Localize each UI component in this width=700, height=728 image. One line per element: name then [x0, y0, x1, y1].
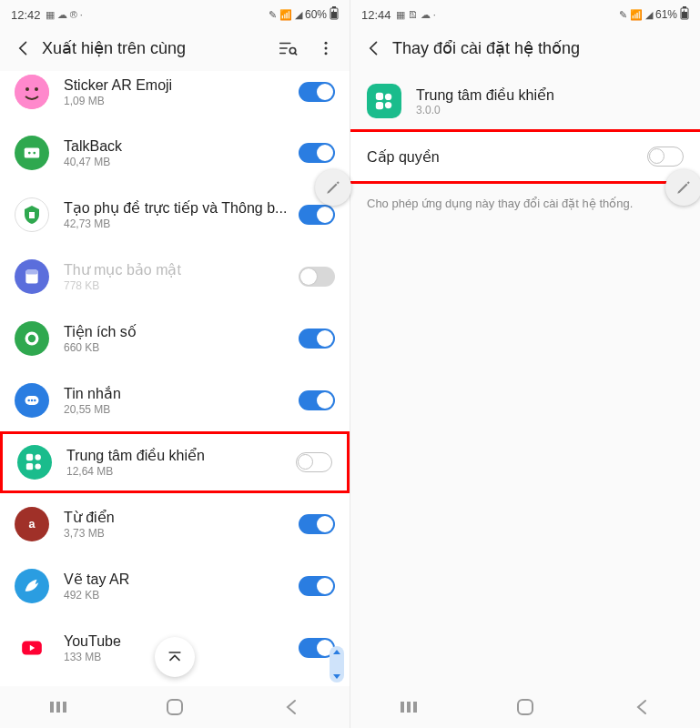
app-icon	[17, 445, 52, 480]
svg-rect-30	[56, 702, 60, 713]
status-battery: 61%	[655, 8, 677, 21]
status-bar: 12:44 ▦ 🖻 ☁ · ✎ 📶 ◢ 61%	[350, 0, 700, 25]
battery-icon	[680, 6, 689, 23]
app-size: 20,55 MB	[64, 403, 299, 416]
svg-rect-34	[683, 6, 686, 8]
scroll-indicator[interactable]	[330, 646, 344, 682]
app-size: 40,47 MB	[64, 156, 299, 168]
app-row[interactable]: YouTube Mus 59,22 MB	[0, 679, 350, 686]
svg-point-8	[25, 87, 29, 91]
app-toggle[interactable]	[299, 205, 335, 225]
svg-point-37	[385, 94, 391, 100]
app-toggle[interactable]	[299, 390, 335, 410]
svg-rect-36	[376, 93, 383, 100]
app-row[interactable]: Tạo phụ đề trực tiếp và Thông b... 42,73…	[0, 184, 350, 246]
more-icon[interactable]	[308, 30, 344, 66]
app-name: Sticker AR Emoji	[64, 77, 299, 94]
svg-point-21	[34, 399, 36, 402]
svg-rect-13	[29, 212, 35, 218]
app-name: Trung tâm điều khiển	[66, 447, 296, 464]
permission-row[interactable]: Cấp quyền	[350, 129, 700, 184]
svg-rect-38	[376, 102, 383, 109]
app-toggle[interactable]	[299, 143, 335, 163]
app-name: Từ điển	[64, 509, 299, 526]
app-row[interactable]: Sticker AR Emoji 1,09 MB	[0, 71, 350, 122]
app-icon	[15, 631, 49, 665]
app-icon	[15, 569, 49, 603]
permission-description: Cho phép ứng dụng này thay đổi cài đặt h…	[350, 184, 700, 223]
svg-point-12	[33, 152, 36, 155]
app-size: 3,73 MB	[64, 527, 299, 540]
app-row[interactable]: TalkBack 40,47 MB	[0, 122, 350, 184]
app-name: Thư mục bảo mật	[64, 261, 299, 278]
svg-rect-22	[26, 454, 33, 460]
phone-right: 12:44 ▦ 🖻 ☁ · ✎ 📶 ◢ 61% Thay đổi cài đặt…	[350, 0, 700, 728]
svg-point-39	[385, 102, 391, 108]
app-icon: a	[15, 507, 49, 541]
app-info-header: Trung tâm điều khiển 3.0.0	[350, 71, 700, 129]
app-toggle[interactable]	[299, 329, 335, 349]
svg-rect-29	[50, 702, 54, 713]
nav-recents[interactable]	[381, 689, 436, 725]
status-notif-icons: ▦ ☁ ® ·	[46, 9, 83, 21]
app-size: 492 KB	[64, 589, 299, 602]
nav-recents[interactable]	[31, 689, 86, 725]
back-button[interactable]	[5, 30, 42, 66]
nav-bar	[350, 686, 700, 728]
app-size: 1,09 MB	[64, 95, 299, 107]
app-row[interactable]: Vẽ tay AR 492 KB	[0, 555, 350, 617]
svg-rect-40	[401, 702, 404, 713]
app-toggle[interactable]	[299, 267, 335, 287]
app-icon	[15, 75, 49, 109]
status-sys-icons: ✎ 📶 ◢	[619, 9, 653, 21]
app-name: Tin nhắn	[64, 385, 299, 402]
phone-left: 12:42 ▦ ☁ ® · ✎ 📶 ◢ 60% Xuất hiện trên c…	[0, 0, 350, 728]
svg-point-6	[325, 52, 328, 55]
svg-rect-24	[26, 463, 33, 470]
svg-point-17	[28, 335, 36, 342]
app-icon	[15, 259, 49, 294]
svg-point-9	[35, 87, 38, 91]
app-toggle[interactable]	[299, 514, 335, 534]
back-button[interactable]	[356, 30, 392, 66]
nav-home[interactable]	[147, 689, 202, 725]
app-toggle[interactable]	[299, 576, 335, 596]
status-notif-icons: ▦ 🖻 ☁ ·	[396, 9, 436, 21]
nav-back[interactable]	[264, 689, 319, 725]
svg-point-4	[325, 42, 328, 45]
app-row[interactable]: a Từ điển 3,73 MB	[0, 493, 350, 555]
app-row[interactable]: Tiện ích số 660 KB	[0, 308, 350, 369]
app-icon	[15, 136, 49, 170]
svg-point-7	[15, 75, 49, 109]
app-row[interactable]: Thư mục bảo mật 778 KB	[0, 246, 350, 308]
app-row[interactable]: Trung tâm điều khiển 12,64 MB	[0, 431, 350, 493]
svg-point-19	[27, 399, 30, 402]
app-size: 778 KB	[64, 279, 299, 292]
edit-fab[interactable]	[665, 169, 700, 206]
app-list[interactable]: Sticker AR Emoji 1,09 MB TalkBack 40,47 …	[0, 71, 350, 686]
page-header: Xuất hiện trên cùng	[0, 25, 350, 71]
empty-area	[350, 223, 700, 686]
app-icon	[367, 84, 401, 118]
app-row[interactable]: Tin nhắn 20,55 MB	[0, 369, 350, 431]
app-name: Trung tâm điều khiển	[416, 86, 554, 104]
svg-rect-15	[25, 270, 37, 275]
svg-point-23	[35, 454, 40, 460]
app-toggle[interactable]	[296, 452, 332, 472]
svg-point-5	[325, 47, 328, 50]
svg-rect-1	[332, 6, 336, 8]
app-name: Tiện ích số	[64, 323, 299, 340]
app-toggle[interactable]	[299, 82, 335, 102]
status-battery: 60%	[305, 8, 327, 21]
nav-home[interactable]	[498, 689, 553, 725]
edit-fab[interactable]	[315, 169, 351, 206]
svg-rect-41	[407, 702, 411, 713]
scroll-top-fab[interactable]	[155, 637, 195, 677]
nav-bar	[0, 686, 350, 728]
nav-back[interactable]	[614, 689, 669, 725]
filter-search-icon[interactable]	[269, 30, 306, 66]
page-title: Xuất hiện trên cùng	[42, 38, 269, 58]
app-name: TalkBack	[64, 138, 299, 155]
svg-point-20	[31, 399, 34, 402]
permission-toggle[interactable]	[647, 147, 684, 167]
